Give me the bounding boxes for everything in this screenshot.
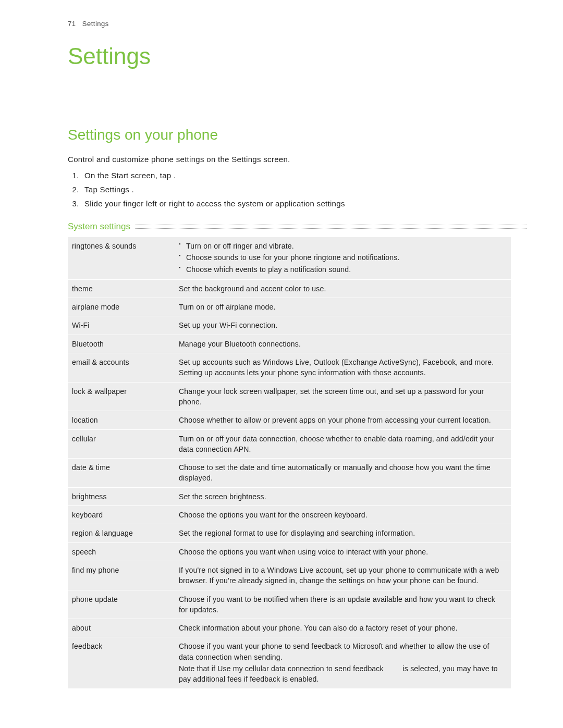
setting-label: ringtones & sounds bbox=[68, 237, 175, 279]
setting-label: date & time bbox=[68, 459, 175, 488]
setting-label: theme bbox=[68, 279, 175, 298]
setting-description: Choose to set the date and time automati… bbox=[175, 459, 511, 488]
table-row: find my phoneIf you're not signed in to … bbox=[68, 561, 511, 590]
section-title: Settings on your phone bbox=[68, 127, 511, 143]
bullet-item: Turn on or off ringer and vibrate. bbox=[179, 241, 506, 251]
setting-label: feedback bbox=[68, 637, 175, 688]
table-row: aboutCheck information about your phone.… bbox=[68, 619, 511, 637]
setting-description: Check information about your phone. You … bbox=[175, 619, 511, 637]
table-row: feedbackChoose if you want your phone to… bbox=[68, 637, 511, 688]
table-row: region & languageSet the regional format… bbox=[68, 524, 511, 542]
setting-description: Manage your Bluetooth connections. bbox=[175, 335, 511, 353]
table-row: cellularTurn on or off your data connect… bbox=[68, 429, 511, 459]
table-row: speechChoose the options you want when u… bbox=[68, 542, 511, 561]
chapter-title: Settings bbox=[68, 43, 511, 69]
table-row: locationChoose whether to allow or preve… bbox=[68, 411, 511, 429]
header-section: Settings bbox=[82, 20, 109, 28]
bullet-list: Turn on or off ringer and vibrate.Choose… bbox=[179, 241, 506, 275]
setting-description: Turn on or off your data connection, cho… bbox=[175, 429, 511, 459]
intro-text: Control and customize phone settings on … bbox=[68, 155, 511, 164]
setting-description: Set the regional format to use for displ… bbox=[175, 524, 511, 542]
setting-description: Choose if you want to be notified when t… bbox=[175, 590, 511, 619]
setting-description: Choose the options you want when using v… bbox=[175, 542, 511, 561]
setting-label: speech bbox=[68, 542, 175, 561]
step-item: On the Start screen, tap . bbox=[81, 171, 511, 180]
desc-text: Choose if you want your phone to send fe… bbox=[179, 641, 506, 662]
setting-label: brightness bbox=[68, 487, 175, 505]
table-row: ringtones & soundsTurn on or off ringer … bbox=[68, 237, 511, 279]
setting-label: find my phone bbox=[68, 561, 175, 590]
page-number: 71 bbox=[68, 20, 76, 28]
setting-description: Change your lock screen wallpaper, set t… bbox=[175, 382, 511, 411]
setting-label: lock & wallpaper bbox=[68, 382, 175, 411]
table-row: Wi-FiSet up your Wi-Fi connection. bbox=[68, 316, 511, 335]
setting-label: cellular bbox=[68, 429, 175, 459]
setting-label: phone update bbox=[68, 590, 175, 619]
setting-label: Bluetooth bbox=[68, 335, 175, 353]
steps-list: On the Start screen, tap . Tap Settings … bbox=[81, 171, 511, 208]
bullet-item: Choose which events to play a notificati… bbox=[179, 264, 506, 275]
table-row: keyboardChoose the options you want for … bbox=[68, 506, 511, 524]
table-row: lock & wallpaperChange your lock screen … bbox=[68, 382, 511, 411]
setting-description: Choose whether to allow or prevent apps … bbox=[175, 411, 511, 429]
setting-description: Choose if you want your phone to send fe… bbox=[175, 637, 511, 688]
setting-description: Set up accounts such as Windows Live, Ou… bbox=[175, 353, 511, 382]
setting-description: Turn on or off ringer and vibrate.Choose… bbox=[175, 237, 511, 279]
setting-label: email & accounts bbox=[68, 353, 175, 382]
subsection-header: System settings bbox=[68, 221, 511, 232]
step-item: Slide your finger left or right to acces… bbox=[81, 199, 511, 208]
step-item: Tap Settings . bbox=[81, 185, 511, 194]
table-row: airplane modeTurn on or off airplane mod… bbox=[68, 298, 511, 316]
bullet-item: Choose sounds to use for your phone ring… bbox=[179, 252, 506, 263]
note-text: Note that if Use my cellular data connec… bbox=[179, 663, 506, 685]
setting-label: airplane mode bbox=[68, 298, 175, 316]
setting-label: about bbox=[68, 619, 175, 637]
table-row: brightnessSet the screen brightness. bbox=[68, 487, 511, 505]
setting-description: If you're not signed in to a Windows Liv… bbox=[175, 561, 511, 590]
setting-label: keyboard bbox=[68, 506, 175, 524]
table-row: date & timeChoose to set the date and ti… bbox=[68, 459, 511, 488]
table-row: themeSet the background and accent color… bbox=[68, 279, 511, 298]
page: 71 Settings Settings Settings on your ph… bbox=[0, 0, 563, 709]
subsection-title: System settings bbox=[68, 221, 134, 232]
setting-label: region & language bbox=[68, 524, 175, 542]
running-header: 71 Settings bbox=[68, 20, 511, 28]
table-row: BluetoothManage your Bluetooth connectio… bbox=[68, 335, 511, 353]
table-row: phone updateChoose if you want to be not… bbox=[68, 590, 511, 619]
setting-description: Turn on or off airplane mode. bbox=[175, 298, 511, 316]
setting-description: Set up your Wi-Fi connection. bbox=[175, 316, 511, 335]
table-row: email & accountsSet up accounts such as … bbox=[68, 353, 511, 382]
system-settings-table: ringtones & soundsTurn on or off ringer … bbox=[68, 237, 511, 688]
setting-label: location bbox=[68, 411, 175, 429]
setting-description: Set the screen brightness. bbox=[175, 487, 511, 505]
dotted-rule bbox=[68, 225, 527, 229]
setting-description: Set the background and accent color to u… bbox=[175, 279, 511, 298]
setting-description: Choose the options you want for the onsc… bbox=[175, 506, 511, 524]
setting-label: Wi-Fi bbox=[68, 316, 175, 335]
